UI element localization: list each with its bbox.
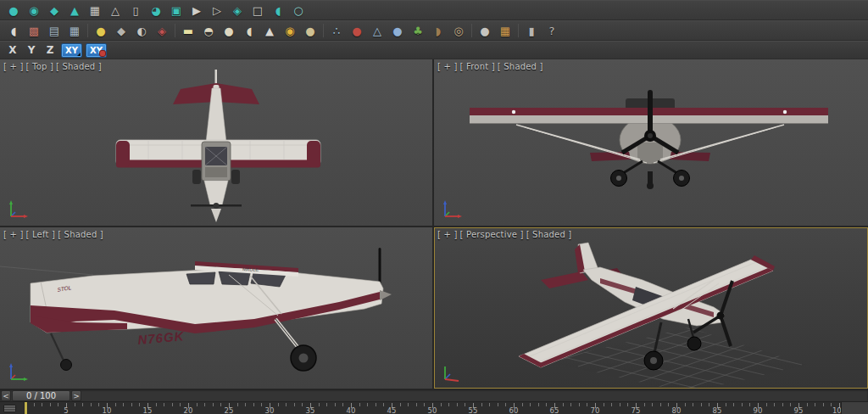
video-frame-icon[interactable]: ▷ xyxy=(208,2,226,19)
fur-icon[interactable]: ◗ xyxy=(429,22,448,39)
particles-icon[interactable]: ∴ xyxy=(327,22,346,39)
teapot-icon[interactable]: ◖ xyxy=(269,2,287,19)
cone-icon[interactable]: ▲ xyxy=(260,22,279,39)
ground-plane-icon[interactable]: ▬ xyxy=(179,22,198,39)
light-bulb-outline-icon[interactable]: ○ xyxy=(289,2,308,19)
frame-tick xyxy=(766,403,767,406)
frame-label: 55 xyxy=(469,406,478,414)
airplane-model[interactable] xyxy=(470,90,828,189)
rotate-gizmo-icon[interactable]: ◕ xyxy=(147,2,165,19)
frame-label: 50 xyxy=(428,406,437,414)
axis-constraint-y[interactable]: Y xyxy=(24,43,39,58)
viewport-top[interactable]: [ + ] [ Top ] [ Shaded ] xyxy=(0,59,432,226)
camera-icon[interactable]: ◆ xyxy=(45,2,64,19)
foliage-icon[interactable]: ▲ xyxy=(65,2,84,19)
axis-constraint-xy-snap-lock[interactable]: XY xyxy=(86,43,107,58)
frame-tick xyxy=(123,403,124,406)
frame-label: 20 xyxy=(184,406,193,414)
frame-tick xyxy=(652,403,653,406)
viewport-view-button[interactable]: [ Front ] xyxy=(460,62,495,71)
time-slider-handle[interactable]: 0 / 100 xyxy=(12,390,70,401)
shell-icon: ◎ xyxy=(453,25,463,36)
viewport-menu-button[interactable]: [ + ] xyxy=(3,230,24,239)
render-teapot-icon[interactable]: ◖ xyxy=(4,22,23,39)
matte-sphere-icon[interactable]: ● xyxy=(476,22,494,39)
dome-icon: ◓ xyxy=(203,25,213,36)
photometric-light-icon[interactable]: ● xyxy=(4,2,23,19)
light-cone-icon[interactable]: △ xyxy=(106,2,125,19)
rendered-frame-icon: ▩ xyxy=(29,25,39,36)
next-frame-button[interactable]: > xyxy=(71,390,81,401)
frame-tick xyxy=(408,403,409,406)
airplane-model[interactable] xyxy=(519,243,775,370)
frame-tick xyxy=(644,403,645,406)
frame-tick xyxy=(774,403,775,406)
wing-text: MAULE xyxy=(242,266,259,272)
frame-label: 80 xyxy=(672,406,682,414)
axis-constraint-x[interactable]: X xyxy=(5,43,20,58)
viewport-menu-button[interactable]: [ + ] xyxy=(437,230,458,239)
previous-frame-button[interactable]: < xyxy=(1,390,11,401)
render-table-icon[interactable]: ▦ xyxy=(65,22,84,39)
teapot-small-icon[interactable]: ◖ xyxy=(240,22,259,39)
doorway-icon[interactable]: ▯ xyxy=(126,2,145,19)
current-frame-marker[interactable] xyxy=(25,402,27,414)
sun-icon[interactable]: ◉ xyxy=(281,22,299,39)
sphere-icon[interactable]: ● xyxy=(220,22,238,39)
layers-icon: ▣ xyxy=(171,5,181,16)
viewport-view-button[interactable]: [ Perspective ] xyxy=(460,230,524,239)
viewport-menu-button[interactable]: [ + ] xyxy=(437,62,458,71)
viewport-view-button[interactable]: [ Left ] xyxy=(26,230,56,239)
sphere-tan-icon[interactable]: ● xyxy=(301,22,320,39)
camera-track-icon[interactable]: ◆ xyxy=(112,22,131,39)
airplane-model[interactable]: N76GK STOL MAULE xyxy=(0,248,392,371)
bones-icon[interactable]: △ xyxy=(368,22,387,39)
grass-icon[interactable]: ♣ xyxy=(409,22,427,39)
rendered-frame-icon[interactable]: ▩ xyxy=(25,22,43,39)
help-icon[interactable]: ? xyxy=(542,22,561,39)
viewport-shading-button[interactable]: [ Shaded ] xyxy=(498,62,543,71)
frame-ruler[interactable]: 5101520253035404550556065707580859095100 xyxy=(0,402,868,414)
axis-constraint-xy-plane[interactable]: XY xyxy=(61,43,82,58)
frame-tick xyxy=(498,403,498,406)
door-panel-icon[interactable]: ▮ xyxy=(522,22,541,39)
render-table-icon: ▦ xyxy=(70,25,80,36)
viewport-shading-button[interactable]: [ Shaded ] xyxy=(58,230,103,239)
flyout-corner-icon xyxy=(77,53,81,56)
keylight-icon[interactable]: ● xyxy=(92,22,110,39)
dome-icon[interactable]: ◓ xyxy=(199,22,218,39)
molecule-icon[interactable]: ● xyxy=(348,22,366,39)
viewport-perspective[interactable]: [ + ] [ Perspective ] [ Shaded ] xyxy=(434,227,868,389)
frame-tick xyxy=(546,403,547,406)
airplane-model[interactable] xyxy=(116,70,320,222)
mini-curve-editor-button[interactable] xyxy=(3,405,16,412)
viewport-shading-button[interactable]: [ Shaded ] xyxy=(526,230,572,239)
panel-grid-icon[interactable]: ▦ xyxy=(86,2,104,19)
frame-tick xyxy=(481,403,482,406)
layers-icon[interactable]: ▣ xyxy=(167,2,186,19)
teapot-icon: ◖ xyxy=(275,5,281,16)
omni-light-icon[interactable]: ◉ xyxy=(25,2,43,19)
viewport-view-button[interactable]: [ Top ] xyxy=(26,62,53,71)
photometric-light-icon: ● xyxy=(8,5,18,16)
lock-icon xyxy=(100,51,105,56)
cloud-sphere-icon[interactable]: ● xyxy=(388,22,407,39)
shell-icon[interactable]: ◎ xyxy=(449,22,468,39)
axis-constraint-z[interactable]: Z xyxy=(42,43,58,58)
render-camera-icon[interactable]: ◈ xyxy=(228,2,247,19)
keylight-icon: ● xyxy=(96,25,105,36)
material-palette-icon[interactable]: ▦ xyxy=(496,22,515,39)
viewport-left[interactable]: [ + ] [ Left ] [ Shaded ] xyxy=(0,227,432,389)
track-bar[interactable]: 5101520253035404550556065707580859095100 xyxy=(0,401,868,414)
viewport-shading-button[interactable]: [ Shaded ] xyxy=(56,62,102,71)
moon-icon[interactable]: ◐ xyxy=(132,22,151,39)
viewport-front[interactable]: [ + ] [ Front ] [ Shaded ] xyxy=(434,59,868,226)
play-clip-icon[interactable]: ▶ xyxy=(187,2,206,19)
frame-tick xyxy=(131,403,132,406)
time-slider-track[interactable] xyxy=(0,389,868,401)
region-select-icon[interactable]: □ xyxy=(248,2,267,19)
render-setup-icon[interactable]: ▤ xyxy=(45,22,64,39)
perspective-view-scene xyxy=(434,227,868,389)
viewport-menu-button[interactable]: [ + ] xyxy=(3,62,24,71)
video-camera-red-icon[interactable]: ◈ xyxy=(153,22,171,39)
